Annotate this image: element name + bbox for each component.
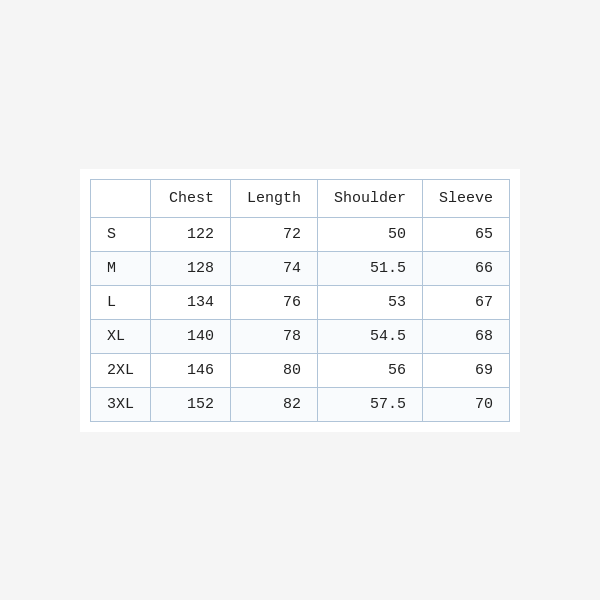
cell-chest: 134 <box>150 285 230 319</box>
cell-sleeve: 67 <box>423 285 510 319</box>
cell-shoulder: 54.5 <box>318 319 423 353</box>
cell-length: 72 <box>230 217 317 251</box>
table-row: S122725065 <box>90 217 509 251</box>
table-row: 3XL1528257.570 <box>90 387 509 421</box>
cell-size: L <box>90 285 150 319</box>
cell-length: 82 <box>230 387 317 421</box>
header-sleeve: Sleeve <box>423 179 510 217</box>
cell-length: 78 <box>230 319 317 353</box>
header-length: Length <box>230 179 317 217</box>
cell-length: 80 <box>230 353 317 387</box>
header-chest: Chest <box>150 179 230 217</box>
cell-size: M <box>90 251 150 285</box>
cell-sleeve: 65 <box>423 217 510 251</box>
cell-sleeve: 70 <box>423 387 510 421</box>
cell-chest: 152 <box>150 387 230 421</box>
cell-shoulder: 53 <box>318 285 423 319</box>
size-chart-table: Chest Length Shoulder Sleeve S122725065M… <box>90 179 510 422</box>
table-row: XL1407854.568 <box>90 319 509 353</box>
cell-size: 2XL <box>90 353 150 387</box>
table-row: M1287451.566 <box>90 251 509 285</box>
cell-sleeve: 68 <box>423 319 510 353</box>
cell-sleeve: 66 <box>423 251 510 285</box>
table-header-row: Chest Length Shoulder Sleeve <box>90 179 509 217</box>
table-row: 2XL146805669 <box>90 353 509 387</box>
cell-shoulder: 50 <box>318 217 423 251</box>
cell-chest: 122 <box>150 217 230 251</box>
header-shoulder: Shoulder <box>318 179 423 217</box>
cell-sleeve: 69 <box>423 353 510 387</box>
cell-length: 74 <box>230 251 317 285</box>
cell-chest: 128 <box>150 251 230 285</box>
cell-shoulder: 56 <box>318 353 423 387</box>
cell-chest: 146 <box>150 353 230 387</box>
cell-size: S <box>90 217 150 251</box>
size-chart-container: Chest Length Shoulder Sleeve S122725065M… <box>80 169 520 432</box>
cell-size: XL <box>90 319 150 353</box>
cell-chest: 140 <box>150 319 230 353</box>
cell-shoulder: 57.5 <box>318 387 423 421</box>
cell-length: 76 <box>230 285 317 319</box>
cell-size: 3XL <box>90 387 150 421</box>
cell-shoulder: 51.5 <box>318 251 423 285</box>
table-row: L134765367 <box>90 285 509 319</box>
header-size <box>90 179 150 217</box>
